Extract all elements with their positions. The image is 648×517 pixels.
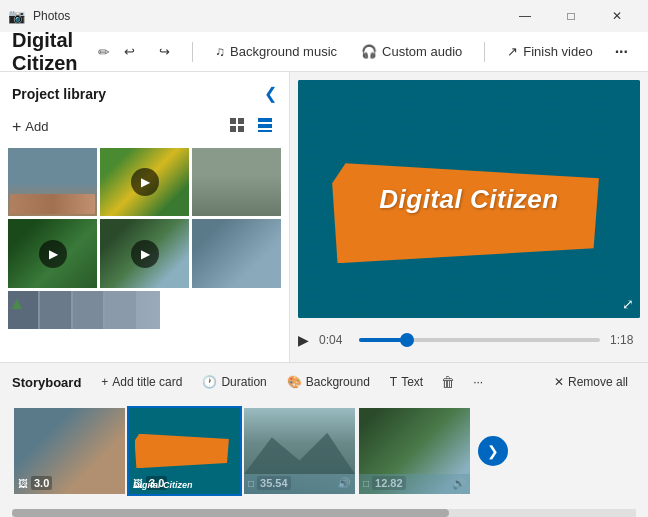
svg-marker-8 (244, 432, 355, 474)
main-content: Project library ❮ + Add (0, 72, 648, 362)
finish-video-label: Finish video (523, 44, 592, 59)
add-button[interactable]: + Add (12, 118, 48, 136)
current-time: 0:04 (319, 333, 349, 347)
redo-button[interactable]: ↪ (149, 40, 180, 63)
svg-rect-4 (258, 118, 272, 122)
play-overlay: ▶ (131, 240, 159, 268)
triangle-icon (12, 299, 22, 309)
scrollbar-thumb[interactable] (12, 509, 449, 517)
share-icon: ↗ (507, 44, 518, 59)
clock-icon: 🕐 (202, 375, 217, 389)
background-music-label: Background music (230, 44, 337, 59)
add-bar: + Add (8, 111, 281, 142)
background-music-button[interactable]: ♫ Background music (205, 40, 347, 63)
svg-rect-2 (230, 126, 236, 132)
waveform-2 (359, 474, 470, 494)
close-button[interactable]: ✕ (594, 0, 640, 32)
app-icon: 📷 (8, 8, 25, 24)
list-item[interactable] (192, 148, 281, 216)
titlebar: 📷 Photos — □ ✕ (0, 0, 648, 32)
music-note-icon: ♫ (215, 44, 225, 59)
toolbar-title-area: Digital Citizen ✏ (12, 29, 110, 75)
mountain-svg (244, 428, 355, 474)
toolbar-divider (192, 42, 193, 62)
edit-icon[interactable]: ✏ (98, 44, 110, 60)
clip-title-card[interactable]: Title card Digital Citizen 🖼 3.0 (127, 406, 242, 496)
undo-icon: ↩ (124, 44, 135, 59)
image-icon: 🖼 (18, 478, 28, 489)
view-toggles (225, 115, 277, 138)
list-item[interactable] (8, 291, 160, 329)
plus-icon-sb: + (101, 375, 108, 389)
add-title-card-button[interactable]: + Add title card (93, 372, 190, 392)
list-item[interactable]: ▶ (100, 219, 189, 287)
text-button[interactable]: T Text (382, 372, 431, 392)
right-panel: Digital Citizen ⤢ ▶ 0:04 1:18 (290, 72, 648, 362)
preview-title: Digital Citizen (379, 184, 558, 215)
play-overlay: ▶ (39, 240, 67, 268)
list-item[interactable]: ▶ (8, 219, 97, 287)
expand-button[interactable]: ⤢ (622, 296, 634, 312)
finish-video-button[interactable]: ↗ Finish video (497, 40, 602, 63)
list-item[interactable] (192, 219, 281, 287)
background-button[interactable]: 🎨 Background (279, 372, 378, 392)
storyboard-title: Storyboard (12, 375, 81, 390)
clip-mountain[interactable]: □ 35.54 🔊 (242, 406, 357, 496)
clip-people[interactable]: 🖼 3.0 (12, 406, 127, 496)
undo-button[interactable]: ↩ (114, 40, 145, 63)
minimize-button[interactable]: — (502, 0, 548, 32)
x-icon: ✕ (554, 375, 564, 389)
more-icon-sb: ··· (473, 375, 483, 389)
svg-rect-0 (230, 118, 236, 124)
play-overlay: ▶ (131, 168, 159, 196)
add-label: Add (25, 119, 48, 134)
custom-audio-button[interactable]: 🎧 Custom audio (351, 40, 472, 63)
background-icon: 🎨 (287, 375, 302, 389)
list-view-button[interactable] (253, 115, 277, 138)
clip-duration: 3.0 (31, 476, 52, 490)
svg-rect-5 (258, 124, 272, 128)
clip-forest[interactable]: □ 12.82 🔊 (357, 406, 472, 496)
clip-badge: 🖼 3.0 (18, 476, 52, 490)
custom-audio-label: Custom audio (382, 44, 462, 59)
bottom-scrollbar[interactable] (12, 509, 636, 517)
headphone-icon: 🎧 (361, 44, 377, 59)
grid-icon (229, 117, 245, 133)
more-storyboard-button[interactable]: ··· (465, 372, 491, 392)
app-title: Digital Citizen (12, 29, 90, 75)
more-options-button[interactable]: ··· (607, 39, 636, 65)
grid-view-button[interactable] (225, 115, 249, 138)
remove-all-button[interactable]: ✕ Remove all (546, 372, 636, 392)
panel-header: Project library ❮ (8, 80, 281, 111)
remove-all-label: Remove all (568, 375, 628, 389)
next-clip-button[interactable]: ❯ (478, 436, 508, 466)
list-item[interactable]: ▶ (100, 148, 189, 216)
play-icon: ▶ (141, 175, 150, 189)
left-panel: Project library ❮ + Add (0, 72, 290, 362)
maximize-button[interactable]: □ (548, 0, 594, 32)
panel-title: Project library (12, 86, 106, 102)
preview-area: Digital Citizen ⤢ (298, 80, 640, 318)
seek-thumb[interactable] (400, 333, 414, 347)
collapse-button[interactable]: ❮ (264, 84, 277, 103)
delete-button[interactable]: 🗑 (435, 371, 461, 393)
text-icon: T (390, 375, 397, 389)
plus-icon: + (12, 118, 21, 136)
titlebar-title: Photos (33, 9, 70, 23)
storyboard-toolbar: Storyboard + Add title card 🕐 Duration 🎨… (0, 363, 648, 401)
redo-icon: ↪ (159, 44, 170, 59)
duration-button[interactable]: 🕐 Duration (194, 372, 274, 392)
total-time: 1:18 (610, 333, 640, 347)
list-item[interactable] (8, 148, 97, 216)
waveform (244, 474, 355, 494)
photo-grid: ▶ ▶ ▶ (8, 148, 281, 329)
play-icon: ▶ (141, 247, 150, 261)
play-icon: ▶ (49, 247, 58, 261)
playback-controls: ▶ 0:04 1:18 (298, 326, 640, 354)
svg-marker-7 (12, 299, 22, 309)
play-button[interactable]: ▶ (298, 332, 309, 348)
seek-bar[interactable] (359, 338, 600, 342)
toolbar-divider-2 (484, 42, 485, 62)
background-label: Background (306, 375, 370, 389)
title-card-mini: Digital Citizen (129, 408, 240, 494)
